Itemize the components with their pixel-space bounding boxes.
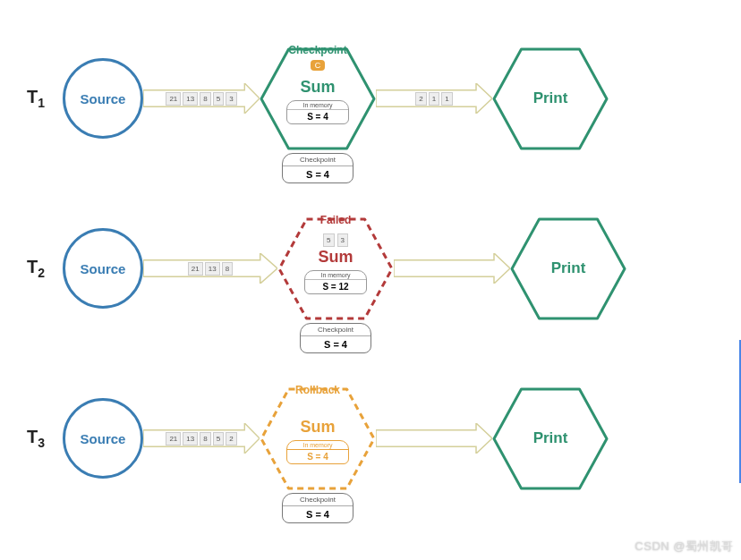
checkpoint-store: Checkpoint S = 4 (300, 323, 371, 353)
sink-title: Print (533, 429, 568, 447)
arrow-source-to-sum: 2113852 (143, 423, 260, 454)
hex-status-label: Checkpoint (288, 44, 346, 56)
stream-token: 8 (200, 92, 210, 106)
stream-token: 3 (226, 92, 236, 106)
sum-operator-node: RollbackSumIn memory S = 4 Checkpoint S … (260, 387, 376, 490)
diagram-row-t3: T3Source 2113852 RollbackSumIn memory S … (27, 358, 714, 519)
arrow-sum-to-print (394, 253, 510, 284)
checkpoint-label: Checkpoint (301, 324, 370, 336)
diagram-row-t1: T1Source 2113853 CheckpointCSumIn memory… (27, 18, 714, 179)
arrow-source-to-sum: 2113853 (143, 83, 260, 114)
source-node: Source (63, 228, 143, 309)
sum-operator-node: Failed53SumIn memory S = 12 Checkpoint S… (277, 217, 394, 320)
sink-title: Print (551, 259, 586, 277)
checkpoint-label: Checkpoint (283, 154, 353, 166)
hex-status-label: Rollback (295, 384, 340, 396)
stream-token: 1 (441, 92, 452, 106)
print-sink-node: Print (492, 47, 609, 150)
sink-title: Print (533, 89, 568, 107)
stream-token: 3 (337, 233, 348, 247)
stream-token: 13 (205, 262, 220, 276)
print-sink-node: Print (492, 387, 609, 490)
stream-token: 5 (213, 432, 224, 445)
time-label: T2 (27, 257, 63, 280)
arrow-sum-to-print (376, 423, 492, 454)
stream-token: 21 (166, 432, 181, 445)
checkpoint-value: S = 4 (283, 506, 353, 522)
stream-token: 21 (188, 262, 203, 276)
stream-token: 1 (429, 92, 439, 106)
watermark: CSDN @蜀州凯哥 (635, 539, 734, 555)
stream-token: 2 (226, 432, 236, 445)
time-label: T3 (27, 427, 63, 450)
checkpoint-badge: C (311, 60, 326, 71)
stream-token: 5 (213, 92, 224, 106)
sum-operator-node: CheckpointCSumIn memory S = 4 Checkpoint… (260, 47, 376, 150)
source-node: Source (63, 58, 143, 139)
print-sink-node: Print (510, 217, 626, 320)
diagram-row-t2: T2Source 21138 Failed53SumIn memory S = … (27, 188, 714, 349)
arrow-source-to-sum: 21138 (143, 253, 277, 284)
stream-token: 8 (200, 432, 210, 445)
in-flight-tokens: 53 (323, 233, 348, 247)
stream-token: 13 (183, 432, 198, 445)
stream-token: 8 (222, 262, 233, 276)
hex-status-label: Failed (320, 214, 352, 226)
source-node: Source (63, 398, 143, 479)
checkpoint-store: Checkpoint S = 4 (282, 493, 353, 523)
stream-token: 5 (323, 233, 334, 247)
stream-token: 2 (415, 92, 426, 106)
checkpoint-value: S = 4 (301, 336, 370, 352)
arrow-sum-to-print: 211 (376, 83, 492, 114)
stream-token: 21 (166, 92, 181, 106)
checkpoint-value: S = 4 (283, 166, 353, 182)
time-label: T1 (27, 87, 63, 110)
checkpoint-label: Checkpoint (283, 494, 353, 506)
checkpoint-store: Checkpoint S = 4 (282, 153, 353, 183)
stream-token: 13 (183, 92, 198, 106)
